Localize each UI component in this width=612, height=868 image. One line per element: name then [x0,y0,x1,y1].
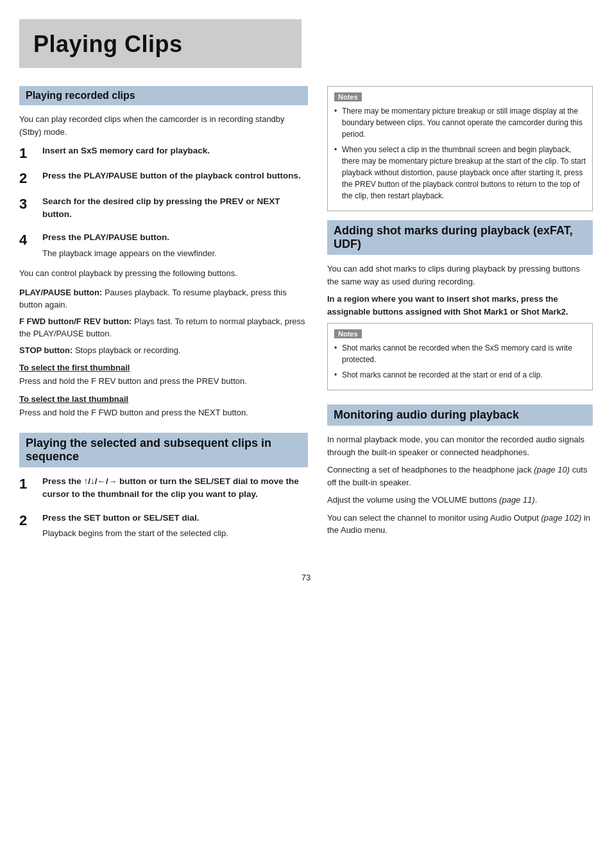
button-list: PLAY/PAUSE button: Pauses playback. To r… [19,286,308,357]
first-thumbnail-title: To select the first thumbnail [19,363,308,372]
step-1-main: Insert an SxS memory card for playback. [42,144,308,157]
monitoring-audio-header: Monitoring audio during playback [327,404,593,426]
adding-shot-marks-section: Adding shot marks during playback (exFAT… [327,220,593,390]
monitoring-para-3: Adjust the volume using the VOLUME butto… [327,494,593,507]
step-2-main: Press the PLAY/PAUSE button of the playb… [42,169,308,182]
page-title: Playing Clips [33,31,287,58]
monitoring-para-2: Connecting a set of headphones to the he… [327,464,593,489]
step-3-main: Search for the desired clip by pressing … [42,195,308,221]
step-3-content: Search for the desired clip by pressing … [37,195,308,224]
seq-step-2-desc: Playback begins from the start of the se… [42,527,308,540]
last-thumbnail-desc: Press and hold the F FWD button and pres… [19,406,308,419]
left-column: Playing recorded clips You can play reco… [19,86,308,553]
playing-recorded-header: Playing recorded clips [19,86,308,105]
playing-sequence-header: Playing the selected and subsequent clip… [19,433,308,467]
step-1-number: 1 [19,144,37,162]
last-thumbnail-title: To select the last thumbnail [19,394,308,404]
playpause-label: PLAY/PAUSE button: [19,288,102,297]
step-2-content: Press the PLAY/PAUSE button of the playb… [37,169,308,185]
step-1-content: Insert an SxS memory card for playback. [37,144,308,160]
step-3-number: 3 [19,195,37,213]
monitoring-para-4: You can select the channel to monitor us… [327,512,593,537]
playing-recorded-intro: You can play recorded clips when the cam… [19,113,308,138]
notes-top-box: Notes There may be momentary picture bre… [327,86,593,211]
button-item-ffwd: F FWD button/F REV button: Plays fast. T… [19,315,308,340]
step-1: 1 Insert an SxS memory card for playback… [19,144,308,162]
step-2-number: 2 [19,169,37,187]
monitoring-audio-title: Monitoring audio during playback [334,408,586,422]
last-thumbnail-section: To select the last thumbnail Press and h… [19,394,308,419]
shot-marks-note-2: Shot marks cannot be recorded at the sta… [334,369,586,381]
shot-marks-notes-label: Notes [334,329,362,338]
notes-top-item-2: When you select a clip in the thumbnail … [334,144,586,202]
step-2: 2 Press the PLAY/PAUSE button of the pla… [19,169,308,187]
seq-step-2-content: Press the SET button or SEL/SET dial. Pl… [37,512,308,540]
shot-marks-bold-instruction: In a region where you want to insert sho… [327,293,593,318]
playing-sequence-title: Playing the selected and subsequent clip… [26,437,302,464]
ffwd-label: F FWD button/F REV button: [19,317,132,326]
adding-shot-marks-title: Adding shot marks during playback (exFAT… [334,224,586,251]
right-column: Notes There may be momentary picture bre… [327,86,593,553]
playing-sequence-section: Playing the selected and subsequent clip… [19,433,308,539]
shot-marks-notes-box: Notes Shot marks cannot be recorded when… [327,323,593,390]
shot-marks-note-1: Shot marks cannot be recorded when the S… [334,342,586,365]
seq-step-1-number: 1 [19,475,37,492]
monitoring-para-1: In normal playback mode, you can monitor… [327,433,593,458]
notes-top-list: There may be momentary picture breakup o… [334,105,586,202]
seq-step-1-content: Press the ↑/↓/←/→ button or turn the SEL… [37,475,308,504]
monitoring-audio-section: Monitoring audio during playback In norm… [327,404,593,537]
seq-step-2-main: Press the SET button or SEL/SET dial. [42,512,308,525]
seq-step-1: 1 Press the ↑/↓/←/→ button or turn the S… [19,475,308,504]
seq-step-2: 2 Press the SET button or SEL/SET dial. … [19,512,308,540]
stop-label: STOP button: [19,345,72,355]
step-4-main: Press the PLAY/PAUSE button. [42,231,308,244]
seq-step-2-number: 2 [19,512,37,529]
playing-recorded-section: Playing recorded clips You can play reco… [19,86,308,419]
seq-step-1-main: Press the ↑/↓/←/→ button or turn the SEL… [42,475,308,501]
step-3: 3 Search for the desired clip by pressin… [19,195,308,224]
page-number: 73 [19,573,593,582]
button-item-playpause: PLAY/PAUSE button: Pauses playback. To r… [19,286,308,311]
notes-top-label: Notes [334,92,362,101]
step-4: 4 Press the PLAY/PAUSE button. The playb… [19,231,308,259]
first-thumbnail-section: To select the first thumbnail Press and … [19,363,308,388]
stop-desc: Stops playback or recording. [75,345,181,355]
step-4-number: 4 [19,231,37,248]
first-thumbnail-desc: Press and hold the F REV button and pres… [19,375,308,388]
step-4-desc: The playback image appears on the viewfi… [42,247,308,260]
adding-shot-marks-header: Adding shot marks during playback (exFAT… [327,220,593,255]
playing-recorded-title: Playing recorded clips [26,90,302,101]
button-item-stop: STOP button: Stops playback or recording… [19,344,308,357]
adding-shot-marks-intro: You can add shot marks to clips during p… [327,263,593,288]
shot-marks-notes-list: Shot marks cannot be recorded when the S… [334,342,586,381]
page-title-block: Playing Clips [19,19,593,86]
step-4-content: Press the PLAY/PAUSE button. The playbac… [37,231,308,259]
notes-top-item-1: There may be momentary picture breakup o… [334,105,586,140]
control-intro: You can control playback by pressing the… [19,267,308,280]
